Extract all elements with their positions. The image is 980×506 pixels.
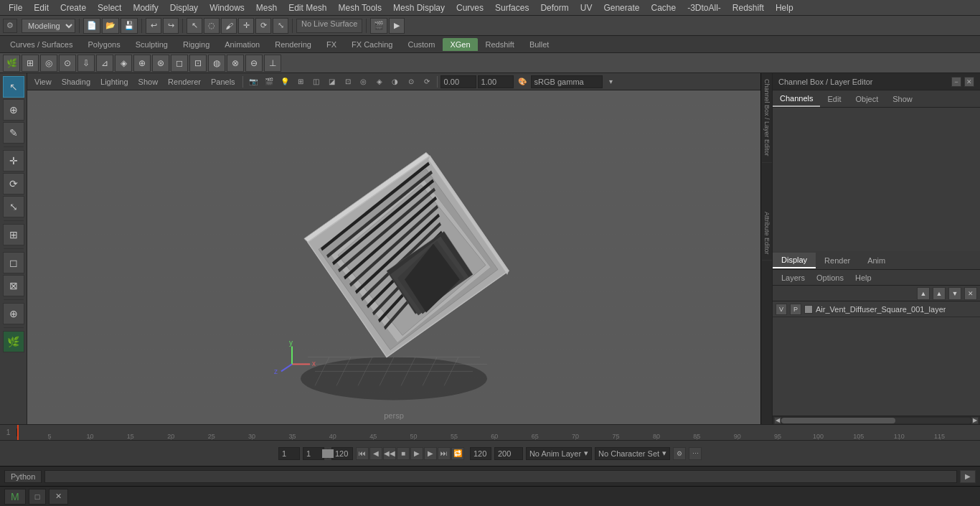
taskbar-close-btn[interactable]: ✕: [49, 489, 68, 505]
timeline-playhead[interactable]: [17, 425, 19, 440]
layer-new-btn[interactable]: ▲: [917, 287, 930, 300]
range-end3[interactable]: 200: [494, 447, 523, 460]
lasso-btn[interactable]: ◌: [204, 18, 220, 34]
python-run-btn[interactable]: ▶: [960, 470, 976, 483]
loop-btn[interactable]: 🔁: [451, 447, 464, 460]
next-keyframe-btn[interactable]: ⏭: [438, 447, 451, 460]
menu-create[interactable]: Create: [55, 1, 92, 14]
menu-redshift[interactable]: Redshift: [727, 1, 770, 14]
vp-icon-smooth[interactable]: ◎: [357, 75, 371, 89]
shelf-btn-5[interactable]: ⊿: [96, 55, 113, 72]
vp-menu-panels[interactable]: Panels: [207, 76, 240, 88]
vert-tab-attr-editor[interactable]: Attribute Editor: [762, 206, 772, 261]
vp-icon-film[interactable]: 🎬: [262, 75, 276, 89]
tab-rigging[interactable]: Rigging: [176, 38, 217, 51]
tab-animation[interactable]: Animation: [217, 38, 267, 51]
dra-tab-anim[interactable]: Anim: [859, 253, 894, 268]
menu-mesh-tools[interactable]: Mesh Tools: [333, 1, 387, 14]
play-back-btn[interactable]: ◀◀: [383, 447, 396, 460]
menu-generate[interactable]: Generate: [598, 1, 645, 14]
menu-mesh[interactable]: Mesh: [250, 1, 283, 14]
tab-custom[interactable]: Custom: [401, 38, 443, 51]
layer-move-up-btn[interactable]: ▲: [933, 287, 946, 300]
layer-visibility-btn[interactable]: V: [776, 304, 787, 315]
tab-bullet[interactable]: Bullet: [522, 38, 557, 51]
python-label[interactable]: Python: [4, 470, 42, 483]
display-tool[interactable]: ◻: [3, 252, 24, 273]
vp-icon-aa[interactable]: ⟳: [420, 75, 434, 89]
shelf-btn-3[interactable]: ⊙: [59, 55, 76, 72]
tab-xgen[interactable]: XGen: [443, 38, 477, 51]
menu-cache[interactable]: Cache: [645, 1, 682, 14]
shelf-btn-12[interactable]: ⊗: [227, 55, 244, 72]
vp-menu-shading[interactable]: Shading: [57, 76, 95, 88]
shelf-settings-btn[interactable]: ⚙: [3, 19, 17, 33]
menu-edit[interactable]: Edit: [28, 1, 55, 14]
shelf-btn-4[interactable]: ⇩: [77, 55, 95, 72]
vert-tab-channel-box[interactable]: Channel Box / Layer Editor: [762, 73, 772, 163]
range-end2[interactable]: 120: [470, 447, 491, 460]
menu-file[interactable]: File: [3, 1, 28, 14]
save-scene-btn[interactable]: 💾: [121, 18, 138, 34]
vp-icon-light[interactable]: 💡: [278, 75, 292, 89]
panel-close-btn[interactable]: ✕: [964, 77, 974, 87]
vp-icon-cam[interactable]: 📷: [246, 75, 260, 89]
shelf-btn-6[interactable]: ◈: [115, 55, 132, 72]
taskbar-app-icon[interactable]: M: [4, 489, 26, 505]
measure-tool[interactable]: ⊕: [3, 303, 24, 324]
python-input[interactable]: [44, 470, 957, 483]
timeline-numbers[interactable]: 5101520253035404550556065707580859095100…: [17, 425, 980, 440]
scroll-right-btn[interactable]: ▶: [971, 417, 979, 424]
open-scene-btn[interactable]: 📂: [102, 18, 119, 34]
layer-playback-btn[interactable]: P: [790, 304, 801, 315]
snap-tool[interactable]: ⊞: [3, 224, 24, 245]
vp-menu-renderer[interactable]: Renderer: [164, 76, 205, 88]
play-fwd-btn[interactable]: ▶: [410, 447, 423, 460]
tab-sculpting[interactable]: Sculpting: [128, 38, 175, 51]
xgen-tool[interactable]: 🌿: [3, 331, 24, 352]
undo-btn[interactable]: ↩: [146, 18, 161, 34]
anim-range-handle-right[interactable]: [322, 449, 328, 458]
prev-frame-btn[interactable]: ◀: [369, 447, 382, 460]
menu-windows[interactable]: Windows: [204, 1, 250, 14]
scroll-left-btn[interactable]: ◀: [774, 417, 781, 424]
new-scene-btn[interactable]: 📄: [83, 18, 100, 34]
shelf-btn-8[interactable]: ⊛: [152, 55, 169, 72]
stop-btn[interactable]: ■: [397, 447, 410, 460]
viewport-canvas[interactable]: x y z persp: [27, 90, 760, 424]
menu-mesh-display[interactable]: Mesh Display: [387, 1, 451, 14]
render-btn[interactable]: 🎬: [370, 18, 387, 34]
range-end[interactable]: 120: [331, 447, 353, 460]
ch-tab-show[interactable]: Show: [885, 92, 920, 106]
move-tool[interactable]: ✛: [3, 150, 24, 172]
sculpt-tool[interactable]: ⊠: [3, 275, 24, 296]
shelf-btn-7[interactable]: ⊕: [133, 55, 151, 72]
menu-edit-mesh[interactable]: Edit Mesh: [283, 1, 332, 14]
shelf-btn-13[interactable]: ⊖: [245, 55, 263, 72]
shelf-btn-2[interactable]: ◎: [40, 55, 57, 72]
layer-move-down-btn[interactable]: ▼: [948, 287, 961, 300]
shelf-btn-10[interactable]: ⊡: [189, 55, 207, 72]
menu-display[interactable]: Display: [164, 1, 204, 14]
tab-polygons[interactable]: Polygons: [80, 38, 127, 51]
select-tool-btn[interactable]: ↖: [187, 18, 202, 34]
frame-number[interactable]: 1: [303, 447, 324, 460]
menu-uv[interactable]: UV: [575, 1, 598, 14]
paint-select-btn[interactable]: 🖌: [221, 18, 237, 34]
shelf-btn-11[interactable]: ◍: [208, 55, 225, 72]
vp-menu-lighting[interactable]: Lighting: [96, 76, 133, 88]
horizontal-scrollbar[interactable]: ◀ ▶: [773, 416, 980, 424]
scroll-track[interactable]: [781, 418, 971, 423]
move-btn[interactable]: ✛: [238, 18, 254, 34]
dra-tab-display[interactable]: Display: [773, 253, 816, 268]
panel-minimize-btn[interactable]: −: [951, 77, 961, 87]
current-frame-left[interactable]: 1: [278, 447, 300, 460]
ipr-btn[interactable]: ▶: [389, 18, 405, 34]
layer-delete-btn[interactable]: ✕: [964, 287, 977, 300]
redo-btn[interactable]: ↪: [163, 18, 179, 34]
shelf-btn-1[interactable]: ⊞: [22, 55, 39, 72]
vp-icon-grid[interactable]: ⊞: [293, 75, 308, 89]
ch-tab-edit[interactable]: Edit: [820, 92, 848, 106]
anim-range-handle-left[interactable]: [328, 449, 334, 458]
shelf-btn-14[interactable]: ⊥: [264, 55, 281, 72]
